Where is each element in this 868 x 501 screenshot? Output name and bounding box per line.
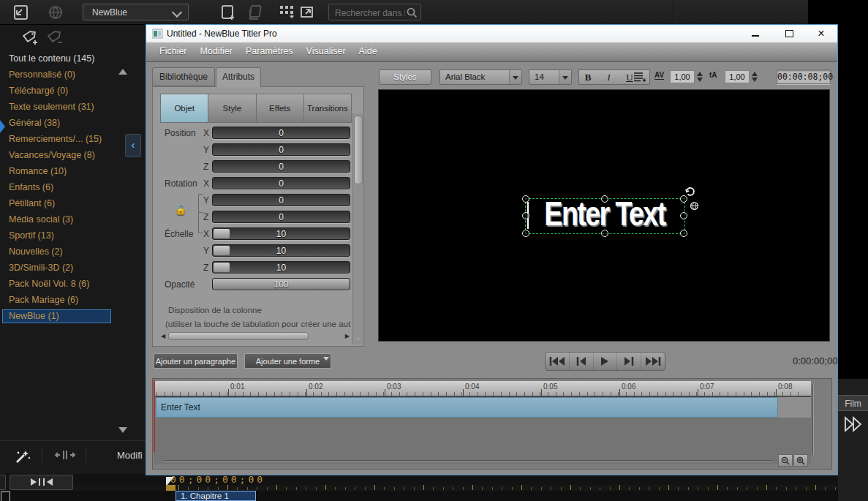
zoom-in-button[interactable] (793, 454, 808, 467)
leading-field[interactable]: 1,00 (725, 70, 750, 83)
subtab-objet[interactable]: Objet (161, 94, 208, 122)
tab-bibliothèque[interactable]: Bibliothèque (152, 67, 215, 86)
kerning-field[interactable]: 1,00 (670, 70, 695, 83)
menu-visualiser[interactable]: Visualiser (306, 42, 346, 61)
sidebar-item-enfants[interactable]: Enfants (6) (9, 182, 53, 196)
project-selector[interactable]: NewBlue (83, 4, 189, 20)
fast-forward-icon[interactable] (843, 415, 865, 434)
grid-view-icon[interactable] (279, 5, 294, 19)
value-slider[interactable]: 0 (212, 194, 350, 206)
play-button[interactable] (594, 353, 618, 370)
vertical-scrollbar[interactable] (352, 113, 363, 344)
scroll-down-icon[interactable] (118, 427, 127, 433)
lock-icon[interactable]: 🔓 (175, 204, 186, 215)
italic-button[interactable]: I (600, 70, 617, 84)
selection-handle[interactable] (522, 195, 529, 203)
maximize-button[interactable] (781, 27, 797, 40)
value-slider[interactable]: 0 (212, 127, 350, 139)
selection-handle[interactable] (522, 230, 529, 237)
go-to-end-button[interactable] (641, 353, 665, 370)
font-size-select[interactable]: 14 (529, 69, 572, 85)
timeline-ruler[interactable]: 0:010:020:030:040:050:060:070:08 (154, 381, 811, 397)
go-to-start-button[interactable] (546, 353, 570, 370)
selection-handle[interactable] (680, 230, 687, 237)
add-shape-button[interactable]: Ajouter une forme (244, 353, 331, 369)
previous-frame-button[interactable] (570, 353, 594, 370)
sidebar-item-m-dia-social[interactable]: Média social (3) (9, 214, 73, 228)
kerning-icon[interactable]: AV (654, 71, 664, 80)
sidebar-item-personnalis-[interactable]: Personnalisé (0) (9, 69, 75, 83)
sidebar-item-nouvelles[interactable]: Nouvelles (2) (9, 246, 63, 260)
selection-handle[interactable] (522, 212, 529, 219)
menu-fichier[interactable]: Fichier (159, 42, 187, 61)
vscroll-thumb[interactable] (354, 116, 363, 184)
selection-box[interactable] (525, 198, 685, 234)
sidebar-item-t-l-charg-[interactable]: Téléchargé (0) (9, 86, 68, 99)
app-ruler[interactable] (0, 485, 868, 491)
menu-modifier[interactable]: Modifier (200, 42, 233, 61)
bold-button[interactable]: B (579, 70, 597, 84)
timeline-playhead[interactable] (154, 380, 155, 452)
selection-handle[interactable] (680, 212, 687, 219)
timeline-hscroll[interactable] (164, 460, 773, 462)
add-tag-icon[interactable] (20, 29, 39, 47)
search-box[interactable] (328, 4, 421, 20)
timeline-clip[interactable]: Enter Text (156, 397, 778, 418)
collapse-panel-button[interactable]: ‹ (125, 134, 141, 157)
subtab-style[interactable]: Style (208, 94, 256, 122)
subtab-transitions[interactable]: Transitions (304, 94, 351, 122)
kerning-spinner[interactable] (695, 70, 703, 83)
scroll-right-icon[interactable]: ▶ (345, 333, 350, 339)
duration-timecode[interactable]: 00:00:08;00 (777, 69, 831, 84)
sidebar-item-sportif[interactable]: Sportif (13) (9, 230, 54, 244)
timeline-vscroll[interactable] (812, 385, 814, 455)
film-tab[interactable]: Film (838, 395, 868, 411)
new-title-icon[interactable] (219, 4, 237, 20)
selection-handle[interactable] (601, 195, 608, 203)
import-icon[interactable] (12, 4, 29, 20)
next-frame-button[interactable] (617, 353, 641, 370)
sidebar-item-g-n-ral[interactable]: Général (38) (9, 118, 60, 132)
sidebar-item-texte-seulement[interactable]: Texte seulement (31) (9, 102, 94, 116)
value-slider[interactable]: 0 (212, 143, 350, 156)
chapter-clip[interactable]: 1. Chapitre 1 (176, 491, 256, 501)
sidebar-scrollbar[interactable] (117, 67, 129, 439)
menu-paramètres[interactable]: Paramètres (246, 42, 293, 61)
styles-button[interactable]: Styles (379, 69, 431, 85)
scroll-up-icon[interactable] (118, 69, 127, 75)
sidebar-item-pack-mariage[interactable]: Pack Mariage (6) (9, 295, 78, 309)
sidebar-item-3d-simili-3d[interactable]: 3D/Simili-3D (2) (9, 263, 73, 276)
magic-wand-icon[interactable] (12, 447, 32, 466)
rotate-icon[interactable] (684, 185, 697, 197)
close-button[interactable]: × (813, 27, 829, 40)
value-slider[interactable]: 0 (212, 177, 350, 189)
chevron-down-icon[interactable] (559, 70, 571, 84)
subtab-effets[interactable]: Effets (257, 94, 304, 122)
sidebar-item-pack-no-l-vol-8[interactable]: Pack Noël Vol. 8 (6) (9, 279, 89, 293)
value-slider[interactable]: 10 (212, 244, 350, 257)
zoom-out-button[interactable] (778, 454, 793, 467)
scroll-left-icon[interactable]: ◀ (161, 333, 165, 339)
selection-handle[interactable] (601, 230, 608, 237)
menu-aide[interactable]: Aide (359, 42, 377, 61)
search-icon[interactable] (407, 7, 418, 18)
align-button[interactable] (633, 72, 646, 83)
modify-label[interactable]: Modifi (117, 450, 146, 461)
hscroll-thumb[interactable] (168, 332, 309, 340)
font-family-select[interactable]: Arial Black (439, 69, 522, 85)
scroll-down-icon[interactable] (355, 337, 361, 342)
value-slider[interactable]: 0 (212, 211, 350, 223)
horizontal-scrollbar[interactable]: ◀ ▶ (159, 331, 351, 340)
sidebar-item-vacances-voyage[interactable]: Vacances/Voyage (8) (9, 150, 95, 164)
sidebar-item-tout-le-contenu[interactable]: Tout le contenu (145) (9, 53, 94, 67)
sidebar-item-remerciements-[interactable]: Remerciements/... (15) (9, 134, 102, 148)
window-titlebar[interactable]: Untitled - NewBlue Titler Pro × (146, 25, 837, 43)
value-slider[interactable]: 10 (212, 261, 350, 274)
tab-attributs[interactable]: Attributs (216, 67, 261, 87)
sidebar-item-p-tillant[interactable]: Pétillant (6) (9, 198, 55, 212)
leading-icon[interactable]: tA (709, 71, 717, 79)
value-slider[interactable]: 100 (212, 278, 350, 290)
leading-spinner[interactable] (750, 70, 758, 83)
expand-icon[interactable] (300, 5, 314, 19)
sidebar-item-romance[interactable]: Romance (10) (9, 166, 67, 180)
